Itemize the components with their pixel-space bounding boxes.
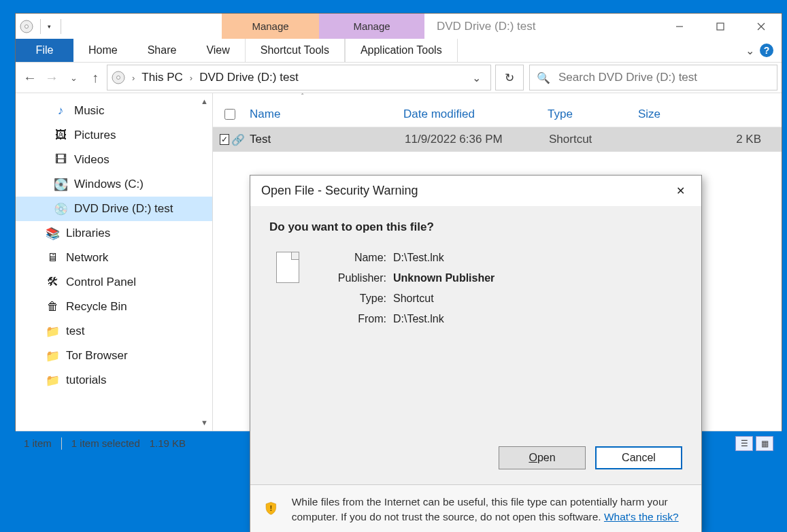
back-button[interactable]: ←: [20, 67, 40, 88]
sidebar-item-dvd-drive[interactable]: 💿DVD Drive (D:) test: [16, 197, 212, 221]
context-tab-shortcut[interactable]: Manage: [222, 14, 319, 39]
nav-bar: ← → ⌄ ↑ › This PC › DVD Drive (D:) test …: [16, 63, 782, 93]
column-headers: Name Date modified Type Size: [213, 101, 782, 127]
sidebar-label: Control Panel: [66, 276, 136, 289]
svg-rect-3: [717, 23, 724, 30]
drive-icon: 💽: [54, 178, 67, 192]
disc-icon: [112, 71, 125, 84]
ribbon-expand-icon[interactable]: ⌄: [746, 44, 754, 57]
thumbnails-view-button[interactable]: ▦: [756, 436, 773, 451]
label-publisher: Publisher:: [326, 272, 393, 284]
select-all-checkbox[interactable]: [224, 109, 235, 120]
sidebar-item-tutorials[interactable]: 📁tutorials: [16, 368, 212, 393]
file-row[interactable]: ✓ 🔗 Test 11/9/2022 6:36 PM Shortcut 2 KB: [213, 127, 782, 152]
svg-point-1: [25, 24, 29, 28]
sidebar-item-network[interactable]: 🖥Network: [16, 246, 212, 270]
sidebar-item-test[interactable]: 📁test: [16, 319, 212, 344]
column-name[interactable]: Name: [247, 107, 403, 121]
file-icon: [276, 252, 299, 283]
tab-view[interactable]: View: [191, 39, 244, 62]
value-from: D:\Test.lnk: [393, 313, 444, 325]
label-from: From:: [326, 313, 393, 325]
sidebar-item-control-panel[interactable]: 🛠Control Panel: [16, 270, 212, 295]
file-date: 11/9/2022 6:36 PM: [405, 133, 549, 146]
pictures-icon: 🖼: [54, 129, 67, 142]
network-icon: 🖥: [46, 251, 59, 265]
minimize-button[interactable]: [659, 14, 700, 39]
svg-point-7: [117, 76, 120, 80]
file-name: Test: [247, 133, 405, 146]
sidebar-label: Network: [66, 251, 108, 265]
address-bar[interactable]: › This PC › DVD Drive (D:) test ⌄: [107, 65, 491, 90]
column-size[interactable]: Size: [638, 107, 660, 121]
search-input[interactable]: [558, 71, 770, 84]
maximize-button[interactable]: [700, 14, 741, 39]
folder-icon: 📁: [46, 325, 59, 339]
sidebar-item-videos[interactable]: 🎞Videos: [16, 148, 212, 172]
sidebar-item-pictures[interactable]: 🖼Pictures: [16, 123, 212, 148]
open-button[interactable]: Open: [499, 446, 586, 469]
dialog-title: Open File - Security Warning: [261, 184, 418, 198]
sidebar-label: DVD Drive (D:) test: [74, 202, 173, 216]
shortcut-icon

-file-icon: 🔗: [229, 133, 247, 146]
value-type: Shortcut: [393, 293, 434, 305]
status-item-count: 1 item: [24, 437, 52, 449]
sidebar-label: Videos: [74, 153, 110, 167]
breadcrumb-sep-icon[interactable]: ›: [187, 73, 195, 83]
row-checkbox[interactable]: ✓: [220, 134, 229, 145]
breadcrumb-drive[interactable]: DVD Drive (D:) test: [199, 71, 298, 84]
sidebar-item-tor[interactable]: 📁Tor Browser: [16, 344, 212, 368]
sidebar-item-libraries[interactable]: 📚Libraries: [16, 221, 212, 246]
sidebar-item-windows-c[interactable]: 💽Windows (C:): [16, 172, 212, 197]
file-type: Shortcut: [549, 133, 640, 146]
cancel-button[interactable]: Cancel: [595, 446, 682, 469]
search-box[interactable]: 🔍: [529, 65, 777, 90]
details-view-button[interactable]: ☰: [735, 436, 753, 451]
value-name: D:\Test.lnk: [393, 252, 444, 264]
column-type[interactable]: Type: [548, 107, 638, 121]
context-tab-application[interactable]: Manage: [319, 14, 424, 39]
tab-shortcut-tools[interactable]: Shortcut Tools: [245, 39, 345, 62]
dialog-footer: ! While files from the Internet can be u…: [250, 484, 701, 532]
title-bar: ▾ Manage Manage DVD Drive (D:) test: [16, 14, 782, 39]
sidebar: ▲ ♪Music 🖼Pictures 🎞Videos 💽Windows (C:)…: [16, 93, 213, 431]
shield-warning-icon: !: [264, 495, 278, 522]
sidebar-label: Libraries: [66, 227, 110, 240]
help-icon[interactable]: ?: [760, 44, 773, 57]
search-icon: 🔍: [537, 71, 550, 84]
videos-icon: 🎞: [54, 153, 67, 167]
whats-the-risk-link[interactable]: What's the risk?: [604, 511, 679, 522]
forward-button[interactable]: →: [41, 67, 62, 88]
tab-share[interactable]: Share: [133, 39, 192, 62]
breadcrumb-sep-icon[interactable]: ›: [129, 73, 137, 83]
history-dropdown-icon[interactable]: ⌄: [63, 67, 84, 88]
sidebar-label: tutorials: [66, 373, 107, 387]
folder-icon: 📁: [46, 373, 59, 388]
dialog-close-button[interactable]: ✕: [670, 184, 690, 197]
sidebar-item-recycle-bin[interactable]: 🗑Recycle Bin: [16, 295, 212, 319]
breadcrumb-this-pc[interactable]: This PC: [141, 71, 182, 84]
disc-icon: [20, 20, 33, 33]
svg-text:!: !: [269, 504, 272, 512]
sidebar-item-music[interactable]: ♪Music: [16, 99, 212, 123]
refresh-button[interactable]: ↻: [495, 65, 524, 90]
folder-icon: 📁: [46, 349, 59, 363]
recycle-bin-icon: 🗑: [46, 300, 59, 314]
file-size: 2 KB: [640, 133, 782, 146]
scroll-down-icon[interactable]: ▼: [201, 418, 208, 427]
up-button[interactable]: ↑: [85, 67, 105, 88]
close-button[interactable]: [741, 14, 782, 39]
column-date[interactable]: Date modified: [403, 107, 548, 121]
sidebar-label: Tor Browser: [66, 349, 128, 363]
address-dropdown-icon[interactable]: ⌄: [467, 71, 486, 84]
tab-home[interactable]: Home: [73, 39, 133, 62]
control-panel-icon: 🛠: [46, 276, 59, 289]
disc-icon: 💿: [54, 202, 67, 216]
dialog-title-bar: Open File - Security Warning ✕: [250, 176, 701, 207]
scroll-up-icon[interactable]: ▲: [201, 97, 208, 105]
sidebar-label: Pictures: [74, 129, 116, 142]
music-icon: ♪: [54, 104, 67, 118]
tab-application-tools[interactable]: Application Tools: [345, 39, 458, 62]
qat-dropdown-icon[interactable]: ▾: [45, 23, 54, 30]
tab-file[interactable]: File: [16, 39, 73, 62]
